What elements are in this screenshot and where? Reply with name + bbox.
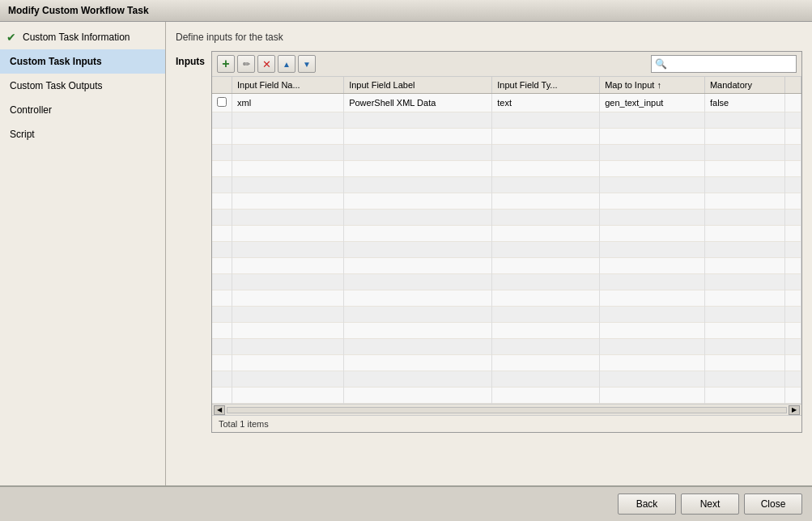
footer-bar: Back Next Close xyxy=(0,485,812,521)
table-row xyxy=(212,290,801,307)
scroll-left-button[interactable]: ◀ xyxy=(214,405,225,415)
row-map-to-input: gen_text_input xyxy=(600,94,705,112)
add-button[interactable]: + xyxy=(217,55,235,73)
sidebar-item-label: Controller xyxy=(10,104,52,116)
total-items-label: Total 1 items xyxy=(219,419,269,429)
table-row xyxy=(212,371,801,388)
col-mandatory[interactable]: Mandatory xyxy=(704,77,784,94)
add-icon: + xyxy=(222,57,229,71)
toolbar: + ✏ ✕ ▲ ▼ xyxy=(212,52,801,77)
table-row xyxy=(212,210,801,226)
row-input-field-label: PowerShell XML Data xyxy=(344,94,492,112)
completed-checkmark: ✔ xyxy=(6,31,16,44)
col-input-field-name[interactable]: Input Field Na... xyxy=(232,77,344,94)
table-row xyxy=(212,339,801,355)
table-footer: Total 1 items xyxy=(212,415,801,432)
table-row xyxy=(212,161,801,177)
table-row xyxy=(212,355,801,371)
move-down-button[interactable]: ▼ xyxy=(298,55,316,73)
edit-button[interactable]: ✏ xyxy=(237,55,255,73)
table-row xyxy=(212,193,801,210)
table-row xyxy=(212,112,801,129)
content-area: Define inputs for the task Inputs + ✏ ✕ xyxy=(166,22,812,485)
col-checkbox xyxy=(212,77,232,94)
table-row xyxy=(212,177,801,193)
sidebar-item-custom-task-information[interactable]: Custom Task Information xyxy=(0,25,140,49)
row-extra xyxy=(785,94,801,112)
sidebar-item-label: Custom Task Inputs xyxy=(10,56,102,67)
sidebar: ✔ Custom Task Information Custom Task In… xyxy=(0,22,166,485)
scroll-right-button[interactable]: ▶ xyxy=(789,405,800,415)
scroll-track[interactable] xyxy=(227,407,787,413)
table-row xyxy=(212,258,801,274)
table-row xyxy=(212,307,801,323)
delete-button[interactable]: ✕ xyxy=(257,55,275,73)
next-button[interactable]: Next xyxy=(681,493,739,515)
table-row xyxy=(212,388,801,404)
table-container: Input Field Na... Input Field Label Inpu… xyxy=(212,77,801,404)
edit-icon: ✏ xyxy=(243,59,250,70)
col-extra xyxy=(785,77,801,94)
window-title-bar: Modify Custom Workflow Task xyxy=(0,0,812,22)
inputs-label: Inputs xyxy=(176,56,205,67)
row-checkbox-cell[interactable] xyxy=(212,94,232,112)
sidebar-item-label: Custom Task Information xyxy=(23,32,130,43)
search-input[interactable] xyxy=(667,59,793,69)
sidebar-item-script[interactable]: Script xyxy=(0,122,165,146)
delete-icon: ✕ xyxy=(262,58,271,70)
row-input-field-type: text xyxy=(492,94,600,112)
table-row: xml PowerShell XML Data text gen_text_in… xyxy=(212,94,801,112)
sidebar-item-label: Custom Task Outputs xyxy=(10,80,103,91)
move-up-button[interactable]: ▲ xyxy=(278,55,295,73)
search-icon: 🔍 xyxy=(655,58,667,70)
col-input-field-label[interactable]: Input Field Label xyxy=(344,77,492,94)
table-row xyxy=(212,129,801,145)
row-mandatory: false xyxy=(704,94,784,112)
down-arrow-icon: ▼ xyxy=(303,60,311,69)
table-row xyxy=(212,323,801,339)
horizontal-scrollbar[interactable]: ◀ ▶ xyxy=(212,404,801,415)
inputs-table: Input Field Na... Input Field Label Inpu… xyxy=(212,77,801,404)
page-description: Define inputs for the task xyxy=(176,32,802,43)
table-row xyxy=(212,226,801,242)
sidebar-item-custom-task-inputs[interactable]: Custom Task Inputs xyxy=(0,49,165,74)
table-row xyxy=(212,242,801,258)
up-arrow-icon: ▲ xyxy=(283,60,291,69)
back-button[interactable]: Back xyxy=(618,493,676,515)
row-input-field-name: xml xyxy=(232,94,344,112)
table-row xyxy=(212,274,801,290)
inputs-section: Inputs + ✏ ✕ ▲ xyxy=(176,51,802,476)
sidebar-item-controller[interactable]: Controller xyxy=(0,98,165,122)
col-map-to-input[interactable]: Map to Input ↑ xyxy=(600,77,705,94)
table-panel: + ✏ ✕ ▲ ▼ xyxy=(211,51,802,433)
sidebar-item-custom-task-outputs[interactable]: Custom Task Outputs xyxy=(0,74,165,98)
table-row xyxy=(212,145,801,161)
row-checkbox[interactable] xyxy=(217,97,227,107)
window-title: Modify Custom Workflow Task xyxy=(8,5,149,16)
search-box: 🔍 xyxy=(651,55,797,73)
close-button[interactable]: Close xyxy=(744,493,802,515)
sidebar-item-label: Script xyxy=(10,129,35,140)
col-input-field-type[interactable]: Input Field Ty... xyxy=(492,77,600,94)
